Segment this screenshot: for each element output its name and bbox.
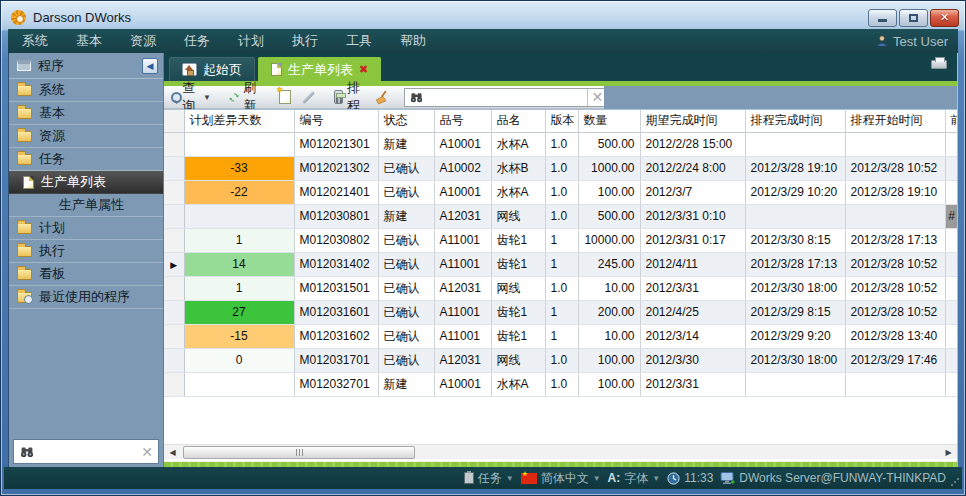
table-row[interactable]: ▶14M012031402已确认A11001齿轮11245.002012/4/1… [164,252,957,276]
printer-icon[interactable] [931,60,947,69]
row-selector[interactable] [164,348,184,372]
folder-icon [17,85,32,96]
cell-version: 1.0 [545,348,578,372]
cell-overflow [945,252,957,276]
row-selector[interactable] [164,132,184,156]
chevron-down-icon[interactable]: ▼ [203,93,211,102]
language-dropdown[interactable]: 简体中文 ▼ [521,470,601,487]
server-label: DWorks Server@FUNWAY-THINKPAD [739,471,946,485]
new-button[interactable] [276,89,294,105]
minimize-button[interactable] [868,9,897,27]
menu-item-7[interactable]: 帮助 [386,29,440,53]
edit-button[interactable] [298,95,319,100]
scroll-left-arrow-icon[interactable]: ◀ [164,445,181,460]
font-icon: A: [608,471,621,485]
sidebar-item-5[interactable]: 生产单属性 [9,194,163,217]
maximize-button[interactable] [899,9,928,27]
close-button[interactable]: ✕ [930,9,959,27]
resize-grip[interactable] [950,477,959,486]
column-header-5[interactable]: 版本 [545,110,578,132]
column-header-0[interactable]: 计划差异天数 [184,110,294,132]
row-selector[interactable] [164,228,184,252]
scroll-right-arrow-icon[interactable]: ▶ [940,445,957,460]
sidebar-item-7[interactable]: 执行 [9,240,163,263]
tab-start-page[interactable]: 起始页 [169,57,255,81]
table-row[interactable]: 0M012031701已确认A12031网线1.0100.002012/3/30… [164,348,957,372]
row-selector[interactable] [164,204,184,228]
toolbar-search-input[interactable] [428,90,583,104]
tab-close-icon[interactable]: ✖ [359,64,368,75]
cell-sched_start [845,132,945,156]
menu-item-5[interactable]: 执行 [278,29,332,53]
cell-overflow [945,300,957,324]
user-menu[interactable]: Test User [876,34,958,49]
table-row[interactable]: M012032701新建A10001水杯A1.0100.002012/3/31 [164,372,957,396]
sidebar-item-0[interactable]: 系统 [9,79,163,102]
row-selector[interactable] [164,324,184,348]
sidebar-search-input[interactable] [40,445,136,459]
column-header-2[interactable]: 状态 [378,110,434,132]
cell-item_no: A10001 [434,132,491,156]
menu-item-4[interactable]: 计划 [224,29,278,53]
column-header-8[interactable]: 排程完成时间 [745,110,845,132]
row-selector[interactable] [164,300,184,324]
sidebar-collapse-button[interactable]: ◀ [142,58,158,74]
sidebar-item-1[interactable]: 基本 [9,102,163,125]
tasks-label: 任务 [478,470,502,487]
cell-sched_end: 2012/3/29 10:20 [745,180,845,204]
select-all-header[interactable] [164,110,184,132]
cell-qty: 100.00 [578,372,640,396]
table-row[interactable]: -33M012021302已确认A10002水杯B1.01000.002012/… [164,156,957,180]
cell-sched_end: 2012/3/29 9:20 [745,324,845,348]
table-row[interactable]: 1M012030802已确认A11001齿轮1110000.002012/3/3… [164,228,957,252]
font-dropdown[interactable]: A: 字体 ▼ [608,470,661,487]
column-header-9[interactable]: 排程开始时间 [845,110,945,132]
table-row[interactable]: M012021301新建A10001水杯A1.0500.002012/2/28 … [164,132,957,156]
sidebar-item-8[interactable]: 看板 [9,263,163,286]
table-row[interactable]: -15M012031602已确认A11001齿轮1110.002012/3/14… [164,324,957,348]
language-label: 简体中文 [541,470,589,487]
server-status[interactable]: DWorks Server@FUNWAY-THINKPAD [720,471,946,485]
menu-item-6[interactable]: 工具 [332,29,386,53]
column-header-7[interactable]: 期望完成时间 [640,110,745,132]
menu-item-0[interactable]: 系统 [8,29,62,53]
menu-item-2[interactable]: 资源 [116,29,170,53]
cell-status: 已确认 [378,300,434,324]
sidebar-item-label: 系统 [39,81,65,99]
row-selector[interactable] [164,156,184,180]
calculator-icon [334,90,343,104]
row-selector[interactable]: ▶ [164,252,184,276]
cell-diff: 27 [184,300,294,324]
column-header-10[interactable]: 前 [945,110,957,132]
table-row[interactable]: M012030801新建A12031网线1.0500.002012/3/31 0… [164,204,957,228]
column-header-1[interactable]: 编号 [294,110,378,132]
clock-status[interactable]: 11:33 [667,471,713,485]
cell-item_no: A11001 [434,300,491,324]
time-label: 11:33 [684,471,713,485]
cell-expected: 2012/3/31 0:10 [640,204,745,228]
scrollbar-thumb[interactable] [183,446,415,459]
tasks-dropdown[interactable]: 任务 ▼ [464,470,514,487]
menu-item-1[interactable]: 基本 [62,29,116,53]
cell-sched_start: 2012/3/28 19:10 [845,180,945,204]
sidebar-item-6[interactable]: 计划 [9,217,163,240]
table-row[interactable]: 1M012031501已确认A12031网线1.010.002012/3/312… [164,276,957,300]
sidebar-item-9[interactable]: 最近使用的程序 [9,286,163,309]
sidebar-item-3[interactable]: 任务 [9,148,163,171]
clean-button[interactable] [371,89,392,106]
row-selector[interactable] [164,276,184,300]
table-row[interactable]: 27M012031601已确认A11001齿轮11200.002012/4/25… [164,300,957,324]
column-header-3[interactable]: 品号 [434,110,491,132]
menu-item-3[interactable]: 任务 [170,29,224,53]
document-icon [23,176,34,189]
sidebar-item-4[interactable]: 生产单列表 [9,171,163,194]
horizontal-scrollbar[interactable]: ◀ ▶ [164,444,957,459]
sidebar-item-2[interactable]: 资源 [9,125,163,148]
row-selector[interactable] [164,372,184,396]
column-header-4[interactable]: 品名 [491,110,545,132]
row-selector[interactable] [164,180,184,204]
sidebar-search-clear-icon[interactable]: ✕ [141,445,153,459]
table-row[interactable]: -22M012021401已确认A10001水杯A1.0100.002012/3… [164,180,957,204]
column-header-6[interactable]: 数量 [578,110,640,132]
tab-production-order-list[interactable]: 生产单列表 ✖ [258,57,381,81]
